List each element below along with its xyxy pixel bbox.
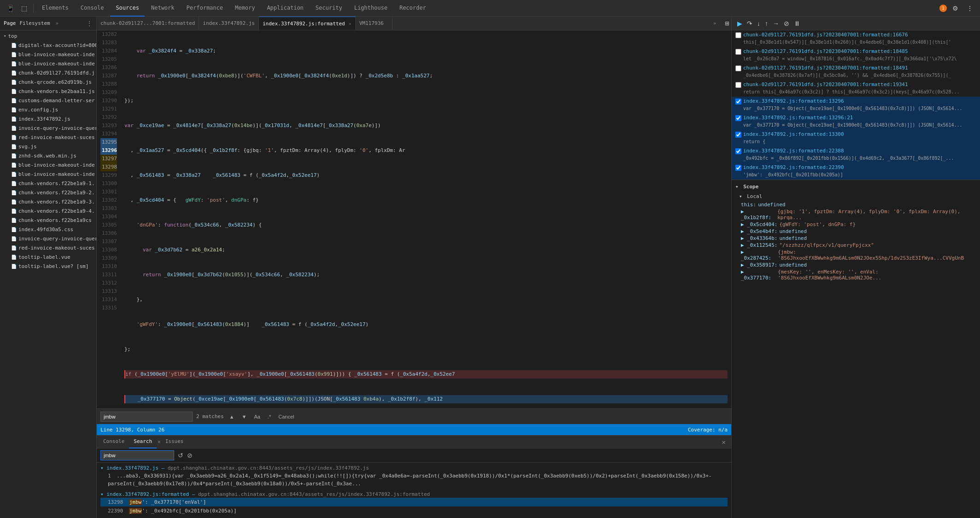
tab-sources[interactable]: Sources	[110, 0, 145, 17]
file-index-33f[interactable]: 📄 index.33f47892.js	[0, 114, 96, 123]
call-stack-item-checked[interactable]: index.33f47892.js:formatted:22390 'jmbw'…	[732, 163, 980, 180]
file-chunk-qrcode[interactable]: 📄 chunk-qrcode.e62d919b.js	[0, 77, 96, 87]
match-case-button[interactable]: Aa	[252, 413, 262, 420]
code-content[interactable]: var _0x3824f4 = _0x338a27; return _0x190…	[121, 30, 731, 408]
scope-item-358917[interactable]: ▶ _0x358917: undefined	[732, 262, 980, 268]
tab-lighthouse[interactable]: Lighthouse	[349, 0, 393, 17]
result-item[interactable]: 22390 jmbw': _0x492bfc[_0x201fbb(0x205a)…	[100, 506, 728, 515]
file-invoice-query[interactable]: 📄 invoice-query-invoice-quer	[0, 123, 96, 133]
call-stack-item[interactable]: chunk-02d91l27.76191dfd.js?20230407001:f…	[732, 80, 980, 97]
file-red-invoice-2[interactable]: 📄 red-invoice-makeout-suces	[0, 243, 96, 252]
file-blue-invoice-4[interactable]: 📄 blue-invoice-makeout-inde	[0, 169, 96, 179]
file-znhd-sdk[interactable]: 📄 znhd-sdk.web.min.js	[0, 151, 96, 160]
search-clear-icon[interactable]: ⊘	[187, 452, 193, 459]
tab-security[interactable]: Security	[310, 0, 348, 17]
tab-close-indicator[interactable]: ✕	[158, 439, 161, 445]
file-tooltip-label[interactable]: 📄 tooltip-label.vue	[0, 252, 96, 262]
call-stack-item-checked[interactable]: index.33f47892.js:formatted:13300 return…	[732, 130, 980, 146]
file-tooltip-sm[interactable]: 📄 tooltip-label.vue? [sm]	[0, 262, 96, 271]
result-group-header[interactable]: ▾ index.33f47892.js — dppt.shanghai.chin…	[100, 465, 728, 471]
call-stack-item-checked[interactable]: index.33f47892.js:formatted:13296 var _0…	[732, 97, 980, 113]
cs-checkbox[interactable]	[735, 115, 741, 121]
result-group-header[interactable]: ▾ index.33f47892.js:formatted — dppt.sha…	[100, 491, 728, 498]
code-search-input[interactable]	[100, 412, 193, 422]
file-blue-invoice-3[interactable]: 📄 blue-invoice-makeout-inde	[0, 160, 96, 169]
scope-item-377170[interactable]: ▶ _0x377170: {mesKey: '', enMesKey: '', …	[732, 268, 980, 281]
sidebar-tab-filesystem[interactable]: Filesystem	[20, 20, 50, 26]
file-index-css[interactable]: 📄 index.49fd30a5.css	[0, 225, 96, 234]
file-chunk-02d[interactable]: 📄 chunk-02d91l27.76191dfd.j	[0, 68, 96, 77]
sidebar-more-arrow[interactable]: »	[56, 21, 59, 26]
scope-item-this[interactable]: this: undefined	[732, 201, 980, 208]
search-refresh-icon[interactable]: ↺	[178, 452, 183, 459]
tab-close-icon[interactable]: ✕	[349, 21, 352, 26]
regex-button[interactable]: .*	[266, 413, 273, 420]
cs-checkbox[interactable]	[735, 49, 741, 55]
bottom-tab-issues[interactable]: Issues	[161, 436, 188, 448]
file-red-invoice[interactable]: 📄 red-invoice-makeout-suces	[0, 133, 96, 142]
global-search-input[interactable]	[100, 450, 174, 460]
sidebar-menu-icon[interactable]: ⋮	[86, 20, 93, 27]
tab-recorder[interactable]: Recorder	[394, 0, 432, 17]
scope-item-287425[interactable]: ▶ _0x287425: {jmbw: '8S6JhxooEfXBWwhkg9m…	[732, 249, 980, 262]
result-item[interactable]: 1 ...aba3,_0x336931){var _0x3aebb9=a26_0…	[100, 471, 728, 488]
call-stack-item[interactable]: chunk-02d91l27.76191dfd.js?20230407001:f…	[732, 30, 980, 47]
scope-item-43364b[interactable]: ▶ _0x43364b: undefined	[732, 235, 980, 242]
cs-checkbox[interactable]	[735, 132, 741, 138]
step-over-button[interactable]: ↷	[745, 19, 754, 28]
file-blue-invoice-2[interactable]: 📄 blue-invoice-makeout-inde	[0, 59, 96, 68]
call-stack-item[interactable]: chunk-02d91l27.76191dfd.js?20230407001:f…	[732, 64, 980, 80]
local-scope-header[interactable]: ▾ Local	[732, 192, 980, 201]
cs-checkbox[interactable]	[735, 65, 741, 71]
sidebar-tab-page[interactable]: Page	[4, 20, 16, 26]
scope-item-1b2f8f[interactable]: ▶ _0x1b2f8f: {gjbq: '1', fpztDm: Array(4…	[732, 208, 980, 221]
bottom-tab-search[interactable]: Search	[129, 436, 157, 448]
tab-application[interactable]: Application	[261, 0, 309, 17]
tab-memory[interactable]: Memory	[229, 0, 260, 17]
tab-index-33f[interactable]: index.33f47892.js	[199, 17, 259, 30]
call-stack-item-checked[interactable]: index.33f47892.js:formatted:13296:21 var…	[732, 113, 980, 130]
search-prev-icon[interactable]: ▲	[228, 413, 236, 420]
cancel-search-button[interactable]: Cancel	[276, 413, 296, 420]
cs-checkbox[interactable]	[735, 32, 741, 38]
scope-item-5cd404[interactable]: ▶ _0x5cd404: {gWFdY: 'post', dnGPa: f}	[732, 221, 980, 228]
file-invoice-query-2[interactable]: 📄 invoice-query-invoice-quer	[0, 234, 96, 243]
tab-elements[interactable]: Elements	[36, 0, 74, 17]
call-stack-item-checked[interactable]: index.33f47892.js:formatted:22388 _0x492…	[732, 146, 980, 163]
cs-checkbox[interactable]	[735, 82, 741, 88]
cs-checkbox[interactable]	[735, 99, 741, 105]
tab-more-icon[interactable]: »	[708, 20, 721, 26]
inspect-icon[interactable]: ⬚	[18, 2, 30, 15]
scope-header[interactable]: ▾ Scope	[732, 182, 980, 192]
tab-console[interactable]: Console	[75, 0, 110, 17]
tab-vm117936[interactable]: VM117936	[356, 17, 393, 30]
device-toolbar-icon[interactable]: 📱	[4, 2, 17, 15]
result-item-active[interactable]: 13298 jmbw': _0x377170['enVal']	[100, 498, 728, 506]
panel-close-button[interactable]: ✕	[718, 438, 729, 446]
file-chunk-vendors-1[interactable]: 📄 chunk-vendors.f22be1a9-1.	[0, 179, 96, 188]
file-chunk-vendors-3[interactable]: 📄 chunk-vendors.f22be1a9-3.	[0, 197, 96, 206]
search-next-icon[interactable]: ▼	[240, 413, 249, 420]
settings-icon[interactable]: ⚙	[949, 2, 962, 15]
scope-item-112545[interactable]: ▶ _0x112545: "/szzhzz/qlfpcx/v1/queryFpj…	[732, 242, 980, 249]
call-stack-item[interactable]: chunk-02d91l27.76191dfd.js?20230407001:f…	[732, 47, 980, 64]
deactivate-button[interactable]: ⊘	[782, 19, 791, 28]
bottom-tab-console[interactable]: Console	[99, 436, 129, 448]
resume-button[interactable]: ▶	[735, 19, 744, 28]
file-chunk-vendors-be2[interactable]: 📄 chunk-vendors.be2baa11.js	[0, 87, 96, 96]
scope-item-5e4b4f[interactable]: ▶ _0x5e4b4f: undefined	[732, 228, 980, 235]
file-blue-invoice-1[interactable]: 📄 blue-invoice-makeout-inde	[0, 50, 96, 59]
tab-panel-icon[interactable]: ⊞	[723, 19, 731, 28]
file-chunk-vendors-2[interactable]: 📄 chunk-vendors.f22be1a9-2.	[0, 188, 96, 197]
file-svg[interactable]: 📄 svg.js	[0, 142, 96, 151]
step-button[interactable]: →	[771, 19, 781, 28]
step-into-button[interactable]: ↓	[755, 19, 762, 28]
file-chunk-vendors-css[interactable]: 📄 chunk-vendors.f22be1a9cs	[0, 215, 96, 225]
file-digital-tax[interactable]: 📄 digital-tax-account?id=800	[0, 41, 96, 50]
file-env-config[interactable]: 📄 env.config.js	[0, 105, 96, 114]
tab-chunk-02d[interactable]: chunk-02d91l27...7001:formatted	[97, 17, 199, 30]
cs-checkbox[interactable]	[735, 148, 741, 154]
pause-exceptions-button[interactable]: ⏸	[792, 19, 802, 28]
file-customs[interactable]: 📄 customs-demand-letter-ser	[0, 96, 96, 105]
file-chunk-vendors-4[interactable]: 📄 chunk-vendors.f22be1a9-4.	[0, 206, 96, 215]
